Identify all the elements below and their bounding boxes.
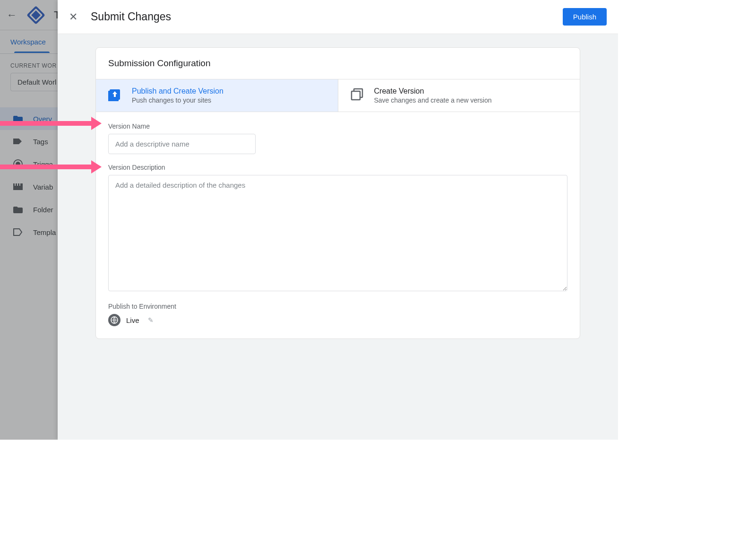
version-name-input[interactable] [108,134,256,154]
form-section: Version Name Version Description Publish… [96,112,580,338]
option-desc: Save changes and create a new version [374,96,492,104]
panel-title: Submit Changes [91,10,550,23]
panel-body: Submission Configuration Publish and Cre… [58,34,618,440]
option-desc: Push changes to your sites [132,96,223,104]
svg-rect-10 [352,91,360,100]
publish-upload-icon [108,88,121,101]
globe-icon [108,314,120,326]
environment-label: Publish to Environment [108,303,567,310]
submission-config-card: Submission Configuration Publish and Cre… [95,47,580,339]
annotation-arrow-1 [0,121,92,126]
environment-value: Live [126,316,139,324]
version-description-label: Version Description [108,164,567,171]
card-heading: Submission Configuration [96,48,580,79]
publish-button[interactable]: Publish [563,8,607,26]
version-name-group: Version Name [108,122,567,154]
submission-options: Publish and Create Version Push changes … [96,79,580,112]
version-description-group: Version Description [108,164,567,293]
option-publish-and-create[interactable]: Publish and Create Version Push changes … [96,79,338,112]
option-title: Publish and Create Version [132,87,223,95]
submit-changes-panel: ✕ Submit Changes Publish Submission Conf… [58,0,618,440]
environment-group: Publish to Environment Live ✎ [108,303,567,326]
version-description-input[interactable] [108,175,567,291]
svg-rect-8 [108,99,119,101]
version-name-label: Version Name [108,122,567,130]
option-create-version[interactable]: Create Version Save changes and create a… [338,79,580,112]
panel-header: ✕ Submit Changes Publish [58,0,618,34]
option-title: Create Version [374,87,492,95]
environment-row: Live ✎ [108,314,567,326]
create-version-icon [351,88,364,101]
close-icon[interactable]: ✕ [69,11,77,23]
annotation-arrow-2 [0,165,92,169]
edit-pencil-icon[interactable]: ✎ [148,316,154,324]
